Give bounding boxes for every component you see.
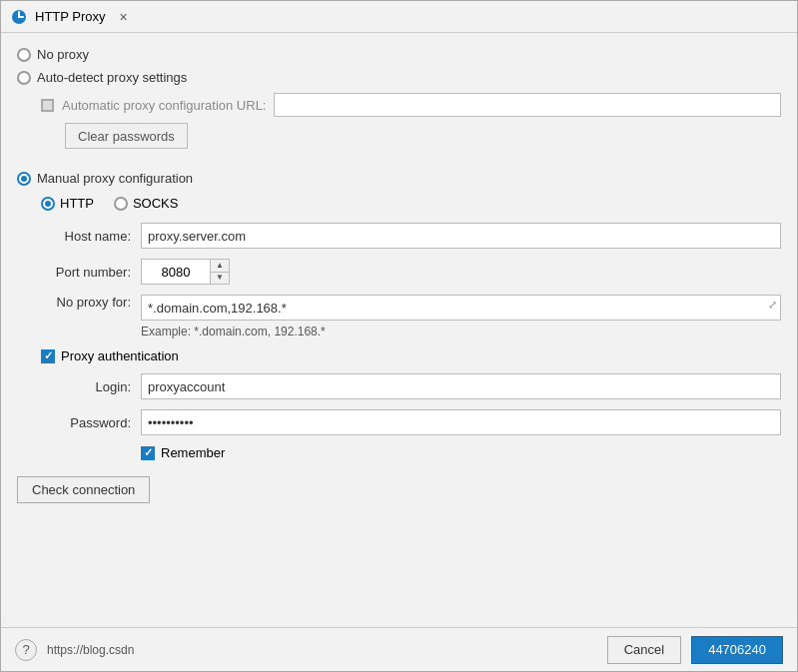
remember-checkbox[interactable] xyxy=(141,446,155,460)
port-row: Port number: ▲ ▼ xyxy=(41,259,781,285)
auto-config-label: Automatic proxy configuration URL: xyxy=(62,98,266,113)
no-proxy-for-label: No proxy for: xyxy=(41,295,141,310)
example-text: Example: *.domain.com, 192.168.* xyxy=(141,325,781,338)
proxy-auth-checkbox[interactable] xyxy=(41,349,55,363)
check-connection-button[interactable]: Check connection xyxy=(17,476,150,503)
remember-row: Remember xyxy=(141,445,781,460)
socks-radio[interactable] xyxy=(114,197,128,211)
port-input[interactable] xyxy=(141,259,211,285)
auto-config-checkbox[interactable] xyxy=(41,99,54,112)
http-proxy-dialog: HTTP Proxy × No proxy Auto-detect proxy … xyxy=(0,0,798,672)
port-spin-up[interactable]: ▲ xyxy=(211,260,229,273)
login-input[interactable] xyxy=(141,373,781,399)
no-proxy-row: No proxy xyxy=(17,47,781,62)
title-bar-text: HTTP Proxy xyxy=(35,9,106,24)
host-row: Host name: xyxy=(41,223,781,249)
auto-detect-radio[interactable] xyxy=(17,71,31,85)
footer-url: https://blog.csdn xyxy=(47,643,597,657)
proxy-auth-section: Proxy authentication xyxy=(41,348,781,363)
host-label: Host name: xyxy=(41,229,141,244)
no-proxy-radio[interactable] xyxy=(17,48,31,62)
host-input[interactable] xyxy=(141,223,781,249)
ok-button[interactable]: 44706240 xyxy=(691,636,783,664)
port-label: Port number: xyxy=(41,265,141,280)
port-spin-down[interactable]: ▼ xyxy=(211,273,229,285)
dialog-content: No proxy Auto-detect proxy settings Auto… xyxy=(1,33,797,627)
socks-label[interactable]: SOCKS xyxy=(133,196,179,211)
close-button[interactable]: × xyxy=(114,7,134,27)
password-row: Password: xyxy=(41,409,781,435)
dialog-footer: ? https://blog.csdn Cancel 44706240 xyxy=(1,627,797,671)
no-proxy-label[interactable]: No proxy xyxy=(37,47,89,62)
clear-passwords-button[interactable]: Clear passwords xyxy=(65,123,188,149)
auto-detect-label[interactable]: Auto-detect proxy settings xyxy=(37,70,187,85)
auto-config-input[interactable] xyxy=(274,93,781,117)
remember-label[interactable]: Remember xyxy=(161,445,225,460)
no-proxy-for-input[interactable] xyxy=(141,295,781,321)
http-radio[interactable] xyxy=(41,197,55,211)
manual-proxy-label[interactable]: Manual proxy configuration xyxy=(37,171,193,186)
expand-icon[interactable]: ⤢ xyxy=(768,299,777,312)
port-wrapper: ▲ ▼ xyxy=(141,259,230,285)
help-button[interactable]: ? xyxy=(15,639,37,661)
cancel-button[interactable]: Cancel xyxy=(607,636,681,664)
login-row: Login: xyxy=(41,373,781,399)
title-bar: HTTP Proxy × xyxy=(1,1,797,33)
password-label: Password: xyxy=(41,415,141,430)
app-icon xyxy=(11,9,27,25)
http-label[interactable]: HTTP xyxy=(60,196,94,211)
http-option: HTTP xyxy=(41,196,94,211)
manual-proxy-row: Manual proxy configuration xyxy=(17,171,781,186)
no-proxy-for-row: No proxy for: ⤢ xyxy=(41,295,781,321)
login-label: Login: xyxy=(41,379,141,394)
auto-detect-row: Auto-detect proxy settings xyxy=(17,70,781,85)
socks-option: SOCKS xyxy=(114,196,179,211)
auto-config-row: Automatic proxy configuration URL: xyxy=(41,93,781,117)
manual-proxy-radio[interactable] xyxy=(17,172,31,186)
port-spinner: ▲ ▼ xyxy=(211,259,230,285)
protocol-row: HTTP SOCKS xyxy=(41,196,781,211)
password-input[interactable] xyxy=(141,409,781,435)
proxy-auth-label[interactable]: Proxy authentication xyxy=(61,348,179,363)
no-proxy-input-wrapper: ⤢ xyxy=(141,295,781,321)
